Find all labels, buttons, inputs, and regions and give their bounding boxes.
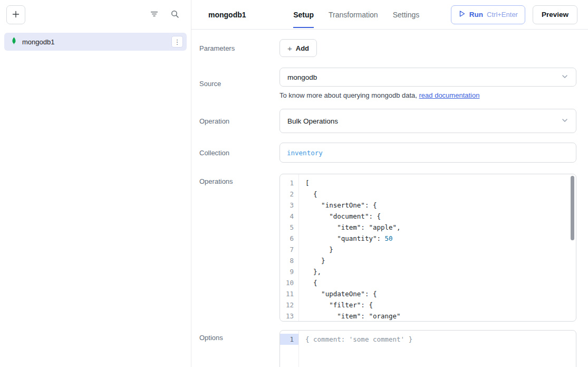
line-number: 12: [280, 299, 298, 310]
mongodb-leaf-icon: [11, 37, 17, 47]
code-line: "item": "orange": [305, 310, 576, 321]
code-line: }: [305, 255, 576, 266]
code-line: },: [305, 266, 576, 277]
operations-label: Operations: [199, 174, 279, 185]
play-icon: [458, 10, 466, 19]
line-number: 9: [280, 266, 298, 277]
chevron-down-icon: [561, 73, 568, 82]
query-item-label: mongodb1: [22, 38, 167, 46]
parameters-control: + Add: [279, 39, 576, 57]
code-line: "insertOne": {: [305, 200, 576, 211]
collection-input-value: inventory: [287, 149, 323, 157]
gutter: 12345678910111213: [280, 174, 299, 321]
code-line: {: [305, 189, 576, 200]
parameters-label: Parameters: [199, 44, 279, 52]
query-sidebar: mongodb1 ⋮: [0, 0, 191, 367]
query-form: Parameters + Add Source mongodb To know …: [191, 30, 588, 367]
gutter: 1: [280, 331, 299, 367]
read-documentation-link[interactable]: read documentation: [419, 91, 480, 99]
line-number: 2: [280, 189, 298, 200]
options-editor[interactable]: 1 { comment: 'some comment' }: [279, 330, 576, 367]
source-label: Source: [199, 80, 279, 88]
source-row: Source mongodb To know more about queryi…: [199, 68, 576, 99]
preview-button[interactable]: Preview: [533, 5, 577, 24]
query-editor-header: mongodb1 Setup Transformation Settings R…: [191, 0, 588, 30]
source-control: mongodb To know more about querying mong…: [279, 68, 576, 99]
sidebar-topbar: [0, 0, 191, 30]
run-button-label: Run: [469, 11, 483, 18]
code-line: "updateOne": {: [305, 288, 576, 299]
operation-select[interactable]: Bulk Operations: [279, 109, 576, 133]
line-number: 8: [280, 255, 298, 266]
line-number: 1: [280, 177, 298, 189]
line-number: 3: [280, 200, 298, 211]
collection-row: Collection inventory: [199, 143, 576, 163]
vertical-scrollbar-thumb[interactable]: [571, 176, 574, 240]
operation-control: Bulk Operations: [279, 109, 576, 133]
run-button-shortcut: Ctrl+Enter: [487, 11, 518, 18]
line-number: 11: [280, 288, 298, 299]
plus-icon: +: [287, 44, 292, 53]
query-item-menu-button[interactable]: ⋮: [171, 36, 183, 48]
search-icon: [170, 10, 179, 20]
operations-control: 12345678910111213 [ { "insertOne": { "do…: [279, 174, 576, 322]
operations-row: Operations 12345678910111213 [ { "insert…: [199, 174, 576, 322]
code-line: {: [305, 277, 576, 288]
add-query-button[interactable]: [6, 5, 25, 24]
code-line: }: [305, 244, 576, 255]
line-number: 6: [280, 233, 298, 244]
code-area[interactable]: { comment: 'some comment' }: [299, 331, 576, 367]
operation-label: Operation: [199, 117, 279, 125]
line-number: 13: [280, 310, 298, 322]
plus-icon: [12, 10, 20, 20]
kebab-icon: ⋮: [174, 39, 181, 45]
line-number: 5: [280, 222, 298, 233]
tab-setup[interactable]: Setup: [293, 2, 314, 28]
source-select[interactable]: mongodb: [279, 68, 576, 87]
run-button[interactable]: Run Ctrl+Enter: [451, 5, 525, 24]
filter-icon: [150, 10, 159, 20]
source-helper-text: To know more about querying mongodb data…: [279, 91, 576, 99]
chevron-down-icon: [561, 117, 568, 126]
collection-input[interactable]: inventory: [279, 143, 576, 163]
code-line: "document": {: [305, 211, 576, 222]
code-line: "filter": {: [305, 299, 576, 310]
code-line: "quantity": 50: [305, 233, 576, 244]
operations-editor[interactable]: 12345678910111213 [ { "insertOne": { "do…: [279, 174, 576, 322]
code-line: { comment: 'some comment' }: [305, 334, 576, 345]
add-parameter-button[interactable]: + Add: [279, 39, 317, 57]
operation-row: Operation Bulk Operations: [199, 109, 576, 133]
collection-control: inventory: [279, 143, 576, 163]
query-editor-panel: mongodb1 Setup Transformation Settings R…: [191, 0, 588, 367]
code-line: [: [305, 177, 576, 189]
options-label: Options: [199, 330, 279, 342]
tab-settings[interactable]: Settings: [393, 2, 420, 28]
tab-transformation[interactable]: Transformation: [329, 2, 378, 28]
editor-tabs: Setup Transformation Settings: [262, 2, 451, 28]
parameters-row: Parameters + Add: [199, 39, 576, 57]
collection-label: Collection: [199, 149, 279, 157]
options-control: 1 { comment: 'some comment' }: [279, 330, 576, 367]
query-title: mongodb1: [208, 11, 246, 19]
line-number: 4: [280, 211, 298, 222]
line-number: 1: [280, 334, 298, 345]
query-list-item[interactable]: mongodb1 ⋮: [4, 33, 187, 51]
add-parameter-label: Add: [296, 44, 309, 52]
source-select-value: mongodb: [287, 73, 317, 81]
filter-queries-button[interactable]: [148, 7, 161, 22]
operation-select-value: Bulk Operations: [287, 117, 338, 125]
line-number: 7: [280, 244, 298, 255]
code-area[interactable]: [ { "insertOne": { "document": { "item":…: [299, 174, 576, 321]
options-row: Options 1 { comment: 'some comment' }: [199, 330, 576, 367]
line-number: 10: [280, 277, 298, 288]
query-list: mongodb1 ⋮: [0, 30, 191, 54]
search-queries-button[interactable]: [168, 7, 181, 22]
helper-text-prefix: To know more about querying mongodb data…: [279, 91, 419, 99]
code-line: "item": "apple",: [305, 222, 576, 233]
